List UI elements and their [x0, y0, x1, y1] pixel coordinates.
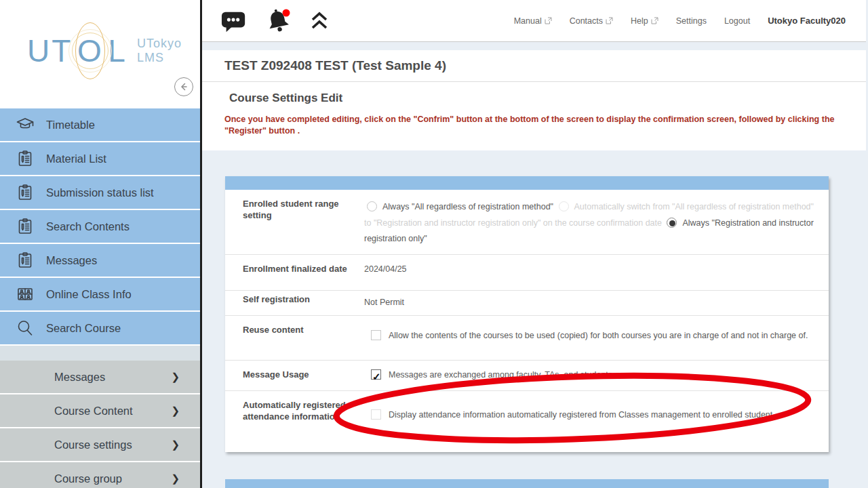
sidebar-item-label: Submission status list	[46, 186, 154, 199]
settings-link[interactable]: Settings	[676, 16, 707, 26]
radio-label: Always "All regardless of registration m…	[382, 202, 553, 211]
chat-icon[interactable]	[221, 9, 247, 33]
sidebar-item-label: Messages	[54, 371, 105, 384]
table-header-bar	[225, 176, 829, 190]
sidebar-item-search-contents[interactable]: Search Contents	[0, 210, 200, 243]
notification-dot	[283, 9, 290, 16]
graduation-cap-icon	[16, 116, 34, 134]
row-label: Reuse content	[225, 316, 364, 360]
app-window: UTOL UTokyo LMS	[0, 0, 868, 488]
logged-in-user: Utokyo Faculty020	[768, 16, 846, 26]
row-label: Enrolled student range setting	[225, 190, 364, 254]
sidebar-item-online-class-info[interactable]: Online Class Info	[0, 278, 200, 310]
sidebar-item-course-content[interactable]: Course Content ❯	[0, 394, 200, 427]
clipboard-icon	[16, 218, 34, 235]
row-label: Enrollment finalized date	[225, 255, 364, 290]
row-content: Display attendance information automatic…	[364, 391, 829, 452]
external-link-icon	[545, 17, 552, 24]
sidebar: UTOL UTokyo LMS	[0, 0, 202, 488]
row-content: Allow the contents of the courses to be …	[364, 316, 829, 360]
row-label: Self registration	[225, 293, 364, 312]
sidebar-item-messages-submenu[interactable]: Messages ❯	[0, 361, 200, 393]
chevron-right-icon: ❯	[171, 405, 180, 417]
logo-letters-ut: UT	[27, 33, 73, 69]
row-value: 2024/04/25	[364, 255, 829, 290]
row-auto-attendance: Automatically registered attendance info…	[225, 391, 829, 452]
logo-o-with-rings: O	[73, 33, 108, 68]
manual-link[interactable]: Manual	[514, 16, 552, 26]
checkbox-label: Allow the contents of the courses to be …	[389, 331, 808, 340]
main-area: Manual Contacts Help Settings Logout Uto…	[202, 0, 866, 488]
sidebar-item-label: Search Contents	[46, 220, 130, 233]
sidebar-item-course-group[interactable]: Course group ❯	[0, 462, 200, 488]
chevron-right-icon: ❯	[171, 371, 180, 383]
course-settings-table: Enrolled student range setting Always "A…	[225, 176, 829, 452]
sidebar-item-material-list[interactable]: Material List	[0, 142, 200, 175]
row-reuse-content: Reuse content Allow the contents of the …	[225, 316, 829, 361]
utol-logo: UTOL UTokyo LMS	[0, 0, 200, 69]
help-link[interactable]: Help	[631, 16, 658, 26]
sidebar-item-label: Search Course	[46, 322, 121, 335]
select-course-code-header: Select Course Code	[225, 479, 829, 488]
search-icon	[16, 319, 34, 337]
external-link-icon	[651, 17, 658, 24]
sidebar-item-course-settings[interactable]: Course settings ❯	[0, 428, 200, 461]
row-enrollment-finalized-date: Enrollment finalized date 2024/04/25	[225, 255, 829, 291]
row-self-registration: Self registration Not Permit	[225, 291, 829, 316]
sidebar-item-label: Timetable	[46, 119, 95, 131]
sidebar-item-label: Course Content	[54, 405, 133, 418]
chevron-right-icon: ❯	[171, 439, 180, 451]
sidebar-item-label: Course settings	[54, 439, 132, 451]
external-link-icon	[606, 17, 613, 24]
collapse-up-icon[interactable]	[311, 11, 328, 31]
row-content: Always "All regardless of registration m…	[364, 190, 829, 254]
radio-always-all-regardless[interactable]	[367, 201, 377, 211]
clipboard-icon	[16, 251, 34, 269]
reuse-content-checkbox[interactable]	[371, 330, 381, 340]
chevron-right-icon: ❯	[171, 472, 180, 485]
warning-text: Once you have completed editing, click o…	[224, 114, 846, 137]
page-title: Course Settings Edit	[224, 92, 844, 105]
sidebar-item-submission-status-list[interactable]: Submission status list	[0, 176, 200, 209]
logo-area: UTOL UTokyo LMS	[0, 0, 200, 108]
course-title: TEST Z092408 TEST (Test Sample 4)	[224, 58, 446, 73]
sidebar-item-label: Online Class Info	[46, 288, 132, 301]
clipboard-icon	[16, 150, 34, 167]
radio-automatic-switch-disabled	[559, 201, 569, 211]
title-band: TEST Z092408 TEST (Test Sample 4) Course…	[202, 50, 866, 150]
contacts-link[interactable]: Contacts	[570, 16, 613, 26]
logout-link[interactable]: Logout	[724, 16, 750, 26]
arrow-left-icon	[178, 81, 190, 93]
checkbox-label: Messages are exchanged among faculty, TA…	[389, 370, 615, 380]
row-content: Messages are exchanged among faculty, TA…	[364, 361, 829, 390]
row-label: Automatically registered attendance info…	[225, 391, 364, 452]
radio-always-registration-only[interactable]	[667, 218, 677, 228]
sidebar-item-label: Course group	[54, 472, 122, 485]
message-usage-checkbox[interactable]	[371, 369, 381, 380]
bell-icon[interactable]	[264, 7, 293, 35]
sidebar-item-label: Messages	[46, 254, 97, 267]
sidebar-item-search-course[interactable]: Search Course	[0, 312, 200, 344]
checkbox-label: Display attendance information automatic…	[389, 410, 775, 420]
row-value: Not Permit	[364, 295, 829, 311]
sidebar-item-label: Material List	[46, 152, 106, 165]
class-grid-icon	[16, 285, 34, 303]
logo-subtitle: UTokyo LMS	[137, 37, 182, 64]
sidebar-group-divider	[0, 346, 200, 361]
topbar: Manual Contacts Help Settings Logout Uto…	[202, 0, 866, 42]
sidebar-item-timetable[interactable]: Timetable	[0, 108, 200, 141]
sidebar-collapse-button[interactable]	[174, 77, 193, 96]
sidebar-item-messages[interactable]: Messages	[0, 244, 200, 277]
clipboard-icon	[16, 184, 34, 201]
row-label: Message Usage	[225, 361, 364, 390]
row-enrolled-student-range: Enrolled student range setting Always "A…	[225, 190, 829, 255]
attendance-display-checkbox[interactable]	[371, 409, 381, 420]
row-message-usage: Message Usage Messages are exchanged amo…	[225, 361, 829, 391]
